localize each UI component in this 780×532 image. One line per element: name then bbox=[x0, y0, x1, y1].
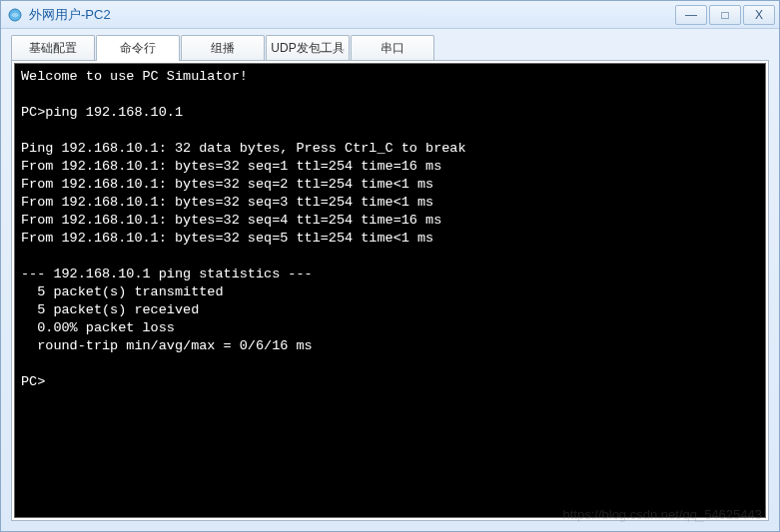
content-area: 基础配置 命令行 组播 UDP发包工具 串口 Welcome to use PC… bbox=[1, 29, 779, 531]
tab-serial[interactable]: 串口 bbox=[351, 35, 434, 61]
window-controls: — □ X bbox=[673, 5, 775, 25]
window-title: 外网用户-PC2 bbox=[29, 6, 673, 24]
terminal[interactable]: Welcome to use PC Simulator! PC>ping 192… bbox=[14, 63, 766, 518]
tab-multicast[interactable]: 组播 bbox=[181, 35, 265, 61]
close-button[interactable]: X bbox=[743, 5, 775, 25]
tabs: 基础配置 命令行 组播 UDP发包工具 串口 bbox=[11, 35, 769, 61]
tab-udp-tool[interactable]: UDP发包工具 bbox=[266, 35, 350, 61]
app-icon bbox=[7, 7, 23, 23]
terminal-container: Welcome to use PC Simulator! PC>ping 192… bbox=[11, 60, 769, 521]
minimize-button[interactable]: — bbox=[675, 5, 707, 25]
titlebar[interactable]: 外网用户-PC2 — □ X bbox=[1, 1, 779, 29]
tab-basic-config[interactable]: 基础配置 bbox=[11, 35, 95, 61]
app-window: 外网用户-PC2 — □ X 基础配置 命令行 组播 UDP发包工具 串口 We… bbox=[0, 0, 780, 532]
tab-command-line[interactable]: 命令行 bbox=[96, 35, 180, 61]
maximize-button[interactable]: □ bbox=[709, 5, 741, 25]
